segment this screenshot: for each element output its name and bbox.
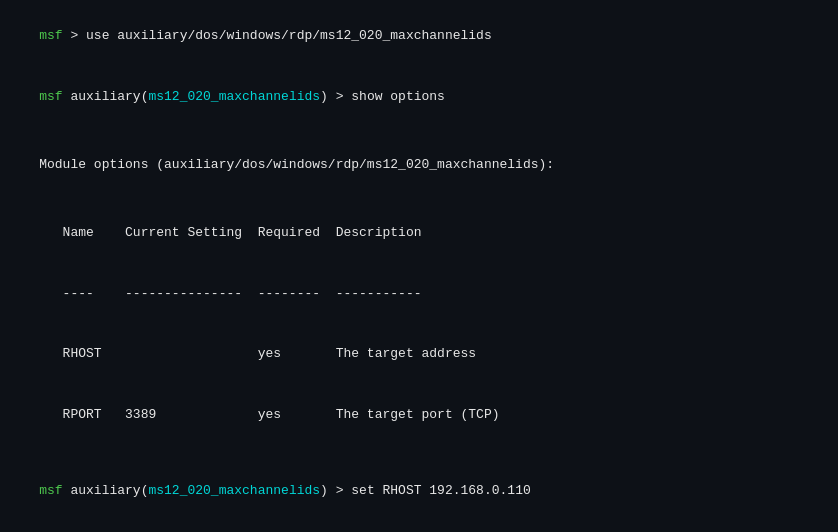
spacer1 [8,127,830,135]
spacer3 [8,445,830,453]
module-name2: ms12_020_maxchannelids [148,483,320,498]
rhost-set-output: RHOST => 192.168.0.110 [8,521,830,532]
table-divider1: ---- --------------- -------- ----------… [8,264,830,324]
terminal[interactable]: msf > use auxiliary/dos/windows/rdp/ms12… [0,0,838,532]
spacer4 [8,453,830,461]
prompt-msf3: msf [39,483,62,498]
module-options-header1: Module options (auxiliary/dos/windows/rd… [8,135,830,195]
table-row-rhost1: RHOST yes The target address [8,324,830,384]
table-row-rport1: RPORT 3389 yes The target port (TCP) [8,385,830,445]
prompt-msf: msf [39,28,62,43]
cmd-line-3: msf auxiliary(ms12_020_maxchannelids) > … [8,461,830,521]
module-name: ms12_020_maxchannelids [148,89,320,104]
spacer2 [8,195,830,203]
table-header1: Name Current Setting Required Descriptio… [8,203,830,263]
cmd-line-1: msf > use auxiliary/dos/windows/rdp/ms12… [8,6,830,66]
cmd-line-2: msf auxiliary(ms12_020_maxchannelids) > … [8,66,830,126]
prompt-msf2: msf [39,89,62,104]
